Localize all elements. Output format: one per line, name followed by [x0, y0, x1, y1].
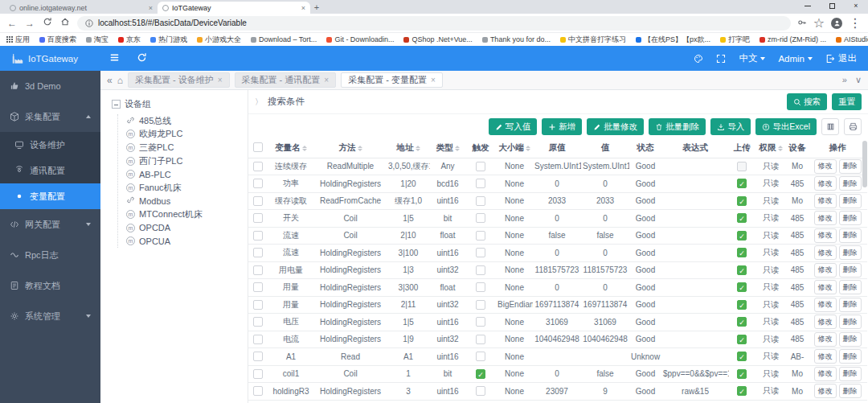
- forward-icon[interactable]: →: [24, 18, 35, 29]
- row-checkbox[interactable]: [253, 196, 263, 206]
- bookmark-star-icon[interactable]: ☆: [813, 15, 825, 31]
- row-checkbox[interactable]: [253, 369, 263, 379]
- row-edit-button[interactable]: 修改: [814, 280, 837, 294]
- row-edit-button[interactable]: 修改: [814, 211, 837, 225]
- bookmark-item[interactable]: 【在线PS】【px款...: [636, 35, 710, 45]
- tree-node[interactable]: mOPCUA: [126, 234, 248, 248]
- row-delete-button[interactable]: 删除: [839, 384, 862, 398]
- trigger-checkbox[interactable]: [476, 317, 485, 327]
- refresh-page-icon[interactable]: [128, 51, 155, 66]
- column-settings-button[interactable]: [821, 118, 839, 135]
- upload-checkbox[interactable]: [737, 162, 747, 171]
- row-delete-button[interactable]: 删除: [839, 367, 862, 381]
- row-delete-button[interactable]: 删除: [839, 245, 862, 260]
- trigger-checkbox[interactable]: [476, 352, 485, 361]
- tree-node[interactable]: mMTConnect机床: [126, 208, 248, 221]
- row-edit-button[interactable]: 修改: [814, 315, 837, 329]
- bookmark-item[interactable]: 百度搜索: [39, 35, 76, 45]
- restore-button[interactable]: [820, 0, 844, 11]
- upload-checkbox[interactable]: ✓: [737, 386, 747, 396]
- trigger-checkbox[interactable]: [476, 300, 485, 310]
- trigger-checkbox[interactable]: [476, 179, 485, 188]
- sidebar-item[interactable]: 教程文档: [0, 270, 100, 301]
- bookmark-item[interactable]: 小游戏大全: [197, 35, 241, 45]
- row-delete-button[interactable]: 删除: [839, 228, 862, 243]
- trigger-checkbox[interactable]: [476, 196, 485, 206]
- trigger-checkbox[interactable]: [476, 231, 485, 241]
- sidebar-item[interactable]: Rpc日志: [0, 240, 100, 270]
- home-tab-icon[interactable]: ⌂: [117, 75, 123, 86]
- bookmark-item[interactable]: 打字吧: [720, 35, 750, 45]
- row-delete-button[interactable]: 删除: [839, 159, 862, 174]
- sort-icon[interactable]: [778, 146, 783, 151]
- logout-button[interactable]: 退出: [825, 52, 857, 64]
- trigger-checkbox[interactable]: [476, 248, 485, 257]
- browser-menu-icon[interactable]: ⋮: [849, 15, 862, 31]
- bookmark-item[interactable]: 淘宝: [86, 35, 108, 45]
- trigger-checkbox[interactable]: [476, 213, 485, 223]
- row-delete-button[interactable]: 删除: [839, 176, 862, 191]
- sort-icon[interactable]: [416, 146, 420, 151]
- column-header-endian[interactable]: 大小端: [496, 139, 533, 158]
- tree-node[interactable]: m西门子PLC: [126, 154, 248, 168]
- bookmark-item[interactable]: 热门游戏: [150, 35, 187, 45]
- upload-checkbox[interactable]: ✓: [737, 231, 747, 241]
- row-edit-button[interactable]: 修改: [814, 194, 837, 208]
- column-header-name[interactable]: 变量名: [268, 139, 314, 158]
- trigger-checkbox[interactable]: [476, 386, 485, 396]
- row-checkbox[interactable]: [253, 231, 263, 241]
- user-menu[interactable]: Admin: [778, 54, 813, 64]
- row-checkbox[interactable]: [253, 213, 263, 223]
- row-delete-button[interactable]: 删除: [839, 211, 862, 225]
- column-header-type[interactable]: 类型: [430, 139, 465, 158]
- trigger-checkbox[interactable]: [476, 335, 485, 344]
- row-edit-button[interactable]: 修改: [814, 228, 837, 243]
- toolbar-button-pen[interactable]: 批量修改: [587, 118, 644, 135]
- reset-button[interactable]: 重置: [832, 93, 862, 110]
- close-icon[interactable]: ×: [431, 76, 436, 84]
- upload-checkbox[interactable]: ✓: [737, 300, 747, 310]
- bookmark-item[interactable]: 中文拼音打字练习: [560, 35, 626, 45]
- tabs-menu-icon[interactable]: ∨: [855, 75, 862, 85]
- toolbar-button-pen[interactable]: 写入值: [489, 118, 538, 135]
- upload-checkbox[interactable]: ✓: [737, 317, 747, 327]
- sort-icon[interactable]: [358, 146, 362, 151]
- theme-skin-icon[interactable]: [694, 54, 703, 64]
- bookmark-item[interactable]: QShop .Net+Vue...: [403, 35, 472, 43]
- trigger-checkbox[interactable]: [476, 282, 485, 292]
- fullscreen-icon[interactable]: [716, 54, 726, 64]
- column-header-perm[interactable]: 权限: [755, 139, 787, 158]
- language-selector[interactable]: 中文: [739, 52, 765, 64]
- upload-checkbox[interactable]: ✓: [737, 369, 747, 379]
- tabs-scroll-left-icon[interactable]: «: [107, 75, 113, 86]
- toolbar-button-trash[interactable]: 批量删除: [649, 118, 706, 135]
- trigger-checkbox[interactable]: [476, 265, 485, 275]
- collapse-menu-icon[interactable]: [100, 51, 128, 66]
- tree-collapse-icon[interactable]: [112, 100, 121, 109]
- row-edit-button[interactable]: 修改: [814, 245, 837, 260]
- row-checkbox[interactable]: [253, 282, 263, 292]
- sidebar-item-sub[interactable]: 设备维护: [0, 132, 100, 158]
- sidebar-item-active[interactable]: 变量配置: [0, 183, 100, 209]
- upload-checkbox[interactable]: ✓: [737, 335, 747, 344]
- row-checkbox[interactable]: [253, 265, 263, 275]
- row-checkbox[interactable]: [253, 179, 263, 188]
- trigger-checkbox[interactable]: ✓: [476, 369, 485, 379]
- sidebar-item[interactable]: 采集配置: [0, 101, 100, 132]
- tree-node[interactable]: 485总线: [126, 114, 248, 128]
- row-delete-button[interactable]: 删除: [839, 298, 862, 312]
- password-key-icon[interactable]: [797, 16, 807, 31]
- toolbar-button-plus[interactable]: 新增: [542, 118, 582, 135]
- minimize-button[interactable]: [796, 0, 820, 11]
- apps-shortcut[interactable]: 应用: [6, 35, 30, 45]
- new-tab-button[interactable]: +: [310, 2, 323, 12]
- page-tab[interactable]: 采集配置 - 通讯配置×: [235, 72, 337, 88]
- row-edit-button[interactable]: 修改: [814, 176, 837, 191]
- sort-icon[interactable]: [302, 146, 307, 151]
- upload-checkbox[interactable]: ✓: [737, 213, 747, 223]
- select-all-checkbox[interactable]: [253, 142, 263, 152]
- sort-icon[interactable]: [526, 146, 530, 151]
- bookmark-item[interactable]: AIStudio.Wpf.ACl...: [836, 35, 868, 43]
- tree-root[interactable]: 设备组: [112, 98, 248, 110]
- bookmark-item[interactable]: Download – Tort...: [251, 35, 317, 43]
